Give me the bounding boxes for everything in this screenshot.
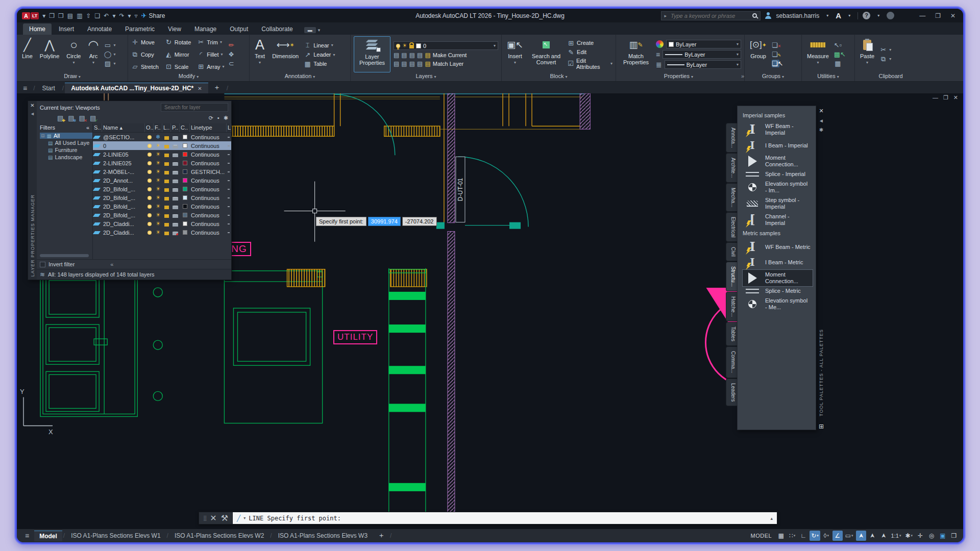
layer-on-icon[interactable] [145,135,154,139]
palette-tab-leaders[interactable]: Leaders [726,379,737,406]
layer-on-icon[interactable] [145,222,154,226]
layer-row[interactable]: 2D_Bifold_...☀ContinuousDefa... [93,185,231,193]
column-header-o[interactable]: O.. [145,123,154,132]
palette-tool-item[interactable]: Moment Connection... [743,153,813,169]
new-layout-button[interactable]: ＋ [374,531,389,540]
isolate-objects-icon[interactable]: ◎ [926,531,937,541]
object-snap-tracking-icon[interactable]: ∠ [832,531,843,541]
share-button[interactable]: ✈Share [141,12,165,19]
layer-plot-icon[interactable] [171,152,180,157]
layer-lock-icon[interactable] [162,212,171,218]
rectangle-tool-button[interactable]: ▭▾ [104,41,115,49]
ribbon-tab-manage[interactable]: Manage [188,23,223,35]
close-command-icon[interactable]: ✕ [210,513,216,523]
layer-freeze-icon[interactable]: ☀ [154,186,162,192]
fillet-tool-button[interactable]: ◜Fillet▾ [197,48,224,60]
palette-tab-electrical[interactable]: Electrical [726,212,737,242]
filters-scrollbar[interactable] [40,254,89,257]
new-layer-vp-frozen-icon[interactable]: ▤❄ [68,114,74,122]
circle-tool-button[interactable]: ○Circle▾ [64,36,83,72]
layer-lock-icon[interactable] [162,160,171,166]
palette-tool-item[interactable]: II Beam - Metric [743,255,813,270]
close-palette-icon[interactable]: ✕ [819,108,823,114]
help-icon[interactable]: ? [863,12,870,19]
annotation-monitor-icon[interactable]: ➤ [856,531,866,541]
layer-color-swatch[interactable] [180,178,190,183]
filter-item-all[interactable]: ⊟▦All [40,133,92,139]
column-header-s[interactable]: S.. [93,123,102,132]
doc-restore-icon[interactable]: ❐ [943,94,948,101]
layer-lock-icon[interactable] [162,143,171,148]
layer-on-icon[interactable] [145,170,154,174]
collapse-icon[interactable]: « [110,261,113,267]
annotation-autoscale-icon[interactable]: ➤ [878,531,889,541]
layer-freeze-icon[interactable]: ☀ [154,151,162,158]
layer-lock-icon[interactable] [162,204,171,209]
palette-tab-mecha[interactable]: Mecha... [726,183,737,212]
leader-button[interactable]: ↗Leader▾ [304,51,335,59]
match-layer-button[interactable]: ▤▤▤▤ ▤ Match Layer [394,60,498,67]
model-tab[interactable]: Model [34,531,62,541]
panel-label-layers[interactable]: Layers ▾ [351,72,501,81]
command-input[interactable]: ╱ ▾ LINE Specify first point: ▴ [232,512,777,524]
autodesk-dropdown-icon[interactable]: ▾ [846,13,853,18]
workspace-settings-icon[interactable]: ✱▾ [903,531,914,541]
layer-on-icon[interactable] [145,179,154,183]
isometric-drafting-icon[interactable]: ◊▾ [821,531,831,541]
palette-tab-hatche[interactable]: Hatche... [726,292,737,321]
linear-dimension-button[interactable]: ⌶Linear▾ [304,41,335,49]
layer-freeze-icon[interactable]: ☀ [154,142,162,149]
column-header-lineweight[interactable]: Lineweight [227,123,231,132]
layer-plot-icon[interactable] [171,178,180,183]
print-icon[interactable]: ❑ [95,12,101,19]
quick-calc-button[interactable]: ▦ [834,60,842,67]
column-header-name[interactable]: Name ▴ [102,123,145,132]
collapse-filters-icon[interactable]: « [86,124,89,131]
search-icon[interactable] [752,13,756,18]
linetype-icon[interactable]: ≡ [656,51,660,59]
layer-color-swatch[interactable] [180,213,190,217]
layer-lock-icon[interactable] [162,230,171,235]
ellipse-tool-button[interactable]: ◯▾ [104,51,115,58]
ribbon-tab-output[interactable]: Output [224,23,254,35]
delete-layer-icon[interactable]: ▤✕ [79,114,85,122]
search-input[interactable] [670,12,749,19]
panel-label-draw[interactable]: Draw ▾ [17,72,128,81]
dynamic-input-y-field[interactable]: -27074.202 [402,217,437,226]
minimize-button[interactable]: — [917,12,928,19]
layer-properties-button[interactable]: Layer Properties [354,36,390,72]
ungroup-button[interactable]: ❏✕ [772,41,779,49]
grid-display-icon[interactable]: ▦ [776,531,786,541]
layer-color-swatch[interactable] [180,169,190,174]
palette-tool-item[interactable]: Step symbol - Imperial [743,195,813,212]
mirror-tool-button[interactable]: ◭Mirror [165,48,191,60]
file-tab-start[interactable]: Start [36,83,61,93]
clean-screen-icon[interactable]: ❒ [949,531,959,541]
layer-freeze-icon[interactable]: ☀ [154,177,162,184]
doc-minimize-icon[interactable]: — [933,94,938,101]
palette-tab-annota[interactable]: Annota... [726,123,737,153]
layer-row[interactable]: 2-LINIE025☀Continuous0.13... [93,159,231,167]
palette-tab-structu[interactable]: Structu... [726,262,737,291]
layer-row[interactable]: 2D_Bifold_...☀ContinuousDefa... [93,193,231,202]
palette-tab-comma[interactable]: Comma... [726,346,737,378]
rotate-tool-button[interactable]: ↻Rotate [165,36,191,48]
layer-row[interactable]: @SECTIO...❄ContinuousDefa... [93,133,231,141]
ribbon-tab-view[interactable]: View [162,23,187,35]
layer-color-swatch[interactable] [180,230,190,235]
layer-row[interactable]: 2-MÖBEL-...☀GESTRICH...Defa... [93,167,231,176]
linetype-combo[interactable]: ByLayer▾ [663,50,741,59]
lineweight-icon[interactable]: ≣ [656,61,662,69]
ribbon-display-toggle[interactable]: ▬▾ [304,27,321,33]
layer-on-icon[interactable] [145,161,154,165]
layer-lock-icon[interactable] [162,169,171,174]
layer-color-swatch[interactable] [180,152,190,157]
group-edit-button[interactable]: ❏✎ [772,51,779,58]
layout-tab-3[interactable]: ISO A1-Plans Sections Elevs W3 [273,531,373,541]
layer-lock-icon[interactable] [162,152,171,157]
restore-button[interactable]: ❐ [933,12,943,19]
layer-on-icon[interactable] [145,196,154,200]
ribbon-tab-collaborate[interactable]: Collaborate [255,23,299,35]
ribbon-tab-parametric[interactable]: Parametric [119,23,161,35]
palette-tool-item[interactable]: Moment Connection... [743,270,813,286]
